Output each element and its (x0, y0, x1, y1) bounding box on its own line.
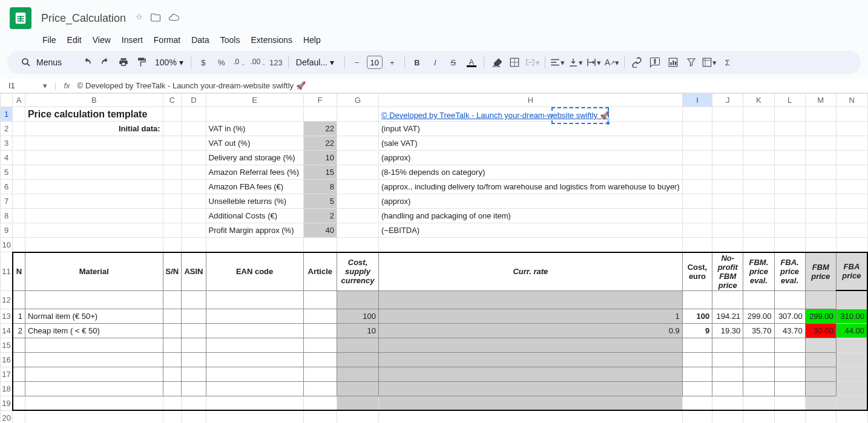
cell-F8[interactable]: 2 (303, 209, 337, 223)
undo-button[interactable] (79, 54, 96, 71)
row-header-11[interactable]: 11 (1, 252, 13, 291)
cell-F4[interactable]: 10 (303, 151, 337, 165)
cell-J14[interactable]: 19.30 (712, 323, 743, 338)
cell-F11[interactable]: Article (303, 252, 337, 291)
format-currency-button[interactable]: $ (195, 54, 212, 71)
cell-G13[interactable]: 100 (337, 309, 379, 323)
merge-cells-button[interactable]: ▾ (524, 54, 541, 71)
cell-E2[interactable]: VAT in (%) (206, 122, 303, 136)
cell-I14[interactable]: 9 (682, 323, 712, 338)
font-select[interactable]: Defaul... ▾ (292, 57, 341, 67)
menu-extensions[interactable]: Extensions (246, 33, 297, 47)
cell-E4[interactable]: Delivery and storage (%) (206, 151, 303, 165)
cell-I13[interactable]: 100 (682, 309, 712, 323)
col-header-B[interactable]: B (25, 94, 163, 107)
col-header-M[interactable]: M (805, 94, 836, 107)
sheets-logo-icon[interactable] (10, 7, 31, 29)
text-color-button[interactable]: A (463, 54, 480, 71)
text-wrap-button[interactable]: ▾ (585, 54, 602, 71)
filter-views-button[interactable]: ▾ (701, 54, 718, 71)
decrease-decimal-button[interactable]: .0 ← (231, 54, 248, 71)
row-header-13[interactable]: 13 (1, 309, 13, 323)
row-header-7[interactable]: 7 (1, 194, 13, 209)
col-header-G[interactable]: G (337, 94, 379, 107)
cell-A13[interactable]: 1 (13, 309, 25, 323)
cell-D11[interactable]: ASIN (182, 252, 206, 291)
zoom-select[interactable]: 100%▾ (151, 57, 187, 67)
select-all-corner[interactable] (1, 94, 13, 107)
row-header-15[interactable]: 15 (1, 338, 13, 352)
print-button[interactable] (115, 54, 132, 71)
insert-chart-button[interactable] (665, 54, 682, 71)
cell-E5[interactable]: Amazon Referral fees (%) (206, 165, 303, 180)
cell-H5[interactable]: (8-15% depends on category) (378, 165, 682, 180)
menu-help[interactable]: Help (298, 33, 326, 47)
cell-K11[interactable]: FBM. price eval. (743, 252, 774, 291)
cell-E7[interactable]: Unselleble returns (%) (206, 194, 303, 209)
cell-H11[interactable]: Curr. rate (378, 252, 682, 291)
filter-button[interactable] (683, 54, 700, 71)
spreadsheet-grid[interactable]: A B C D E F G H I J K L M N 1Price calcu… (0, 93, 868, 423)
cell-B2[interactable]: Initial data: (25, 122, 163, 136)
cell-E3[interactable]: VAT out (%) (206, 136, 303, 151)
cell-A14[interactable]: 2 (13, 323, 25, 338)
col-header-A[interactable]: A (13, 94, 25, 107)
bold-button[interactable]: B (409, 54, 426, 71)
menu-data[interactable]: Data (186, 33, 214, 47)
cell-E11[interactable]: EAN code (206, 252, 303, 291)
move-icon[interactable] (150, 12, 161, 25)
font-size-increase-button[interactable]: + (384, 54, 401, 71)
col-header-L[interactable]: L (774, 94, 805, 107)
fill-color-button[interactable] (488, 54, 505, 71)
cell-F9[interactable]: 40 (303, 223, 337, 238)
row-header-10[interactable]: 10 (1, 238, 13, 252)
col-header-I[interactable]: I (682, 94, 712, 107)
font-size-input[interactable]: 10 (367, 56, 383, 69)
insert-comment-button[interactable] (646, 54, 663, 71)
cell-M13[interactable]: 299.00 (805, 309, 836, 323)
search-menus[interactable]: Menus (12, 53, 70, 71)
col-header-C[interactable]: C (163, 94, 182, 107)
col-header-K[interactable]: K (743, 94, 774, 107)
cell-H6[interactable]: (approx., including delivery to/from war… (378, 180, 682, 194)
row-header-19[interactable]: 19 (1, 396, 13, 410)
row-header-3[interactable]: 3 (1, 136, 13, 151)
cell-H13[interactable]: 1 (378, 309, 682, 323)
cell-H3[interactable]: (sale VAT) (378, 136, 682, 151)
format-percent-button[interactable]: % (213, 54, 230, 71)
row-header-8[interactable]: 8 (1, 209, 13, 223)
row-header-4[interactable]: 4 (1, 151, 13, 165)
text-rotation-button[interactable]: A↗▾ (603, 54, 620, 71)
cell-M11[interactable]: FBM price (805, 252, 836, 291)
doc-title[interactable]: Price_Calculation (38, 11, 130, 26)
cell-F7[interactable]: 5 (303, 194, 337, 209)
name-box[interactable]: I1▾ (5, 81, 47, 90)
row-header-20[interactable]: 20 (1, 410, 13, 423)
row-header-12[interactable]: 12 (1, 290, 13, 309)
row-header-18[interactable]: 18 (1, 381, 13, 396)
cell-B1[interactable]: Price calculation template (25, 107, 163, 122)
cell-K13[interactable]: 299.00 (743, 309, 774, 323)
menu-insert[interactable]: Insert (117, 33, 148, 47)
cell-L11[interactable]: FBA. price eval. (774, 252, 805, 291)
strikethrough-button[interactable]: S (445, 54, 462, 71)
cell-B11[interactable]: Material (25, 252, 163, 291)
menu-tools[interactable]: Tools (215, 33, 245, 47)
cell-M14[interactable]: 30.00 (805, 323, 836, 338)
cell-F6[interactable]: 8 (303, 180, 337, 194)
col-header-J[interactable]: J (712, 94, 743, 107)
cell-H8[interactable]: (handling and packaging of one item) (378, 209, 682, 223)
paint-format-button[interactable] (133, 54, 150, 71)
row-header-5[interactable]: 5 (1, 165, 13, 180)
cell-I11[interactable]: Cost, euro (682, 252, 712, 291)
cell-H7[interactable]: (approx) (378, 194, 682, 209)
cell-L14[interactable]: 43.70 (774, 323, 805, 338)
cell-G11[interactable]: Cost, supply currency (337, 252, 379, 291)
italic-button[interactable]: I (427, 54, 444, 71)
cell-K14[interactable]: 35.70 (743, 323, 774, 338)
increase-decimal-button[interactable]: .00→ (249, 54, 266, 71)
cell-L13[interactable]: 307.00 (774, 309, 805, 323)
cell-G14[interactable]: 10 (337, 323, 379, 338)
insert-link-button[interactable] (628, 54, 645, 71)
cell-H9[interactable]: (~EBITDA) (378, 223, 682, 238)
